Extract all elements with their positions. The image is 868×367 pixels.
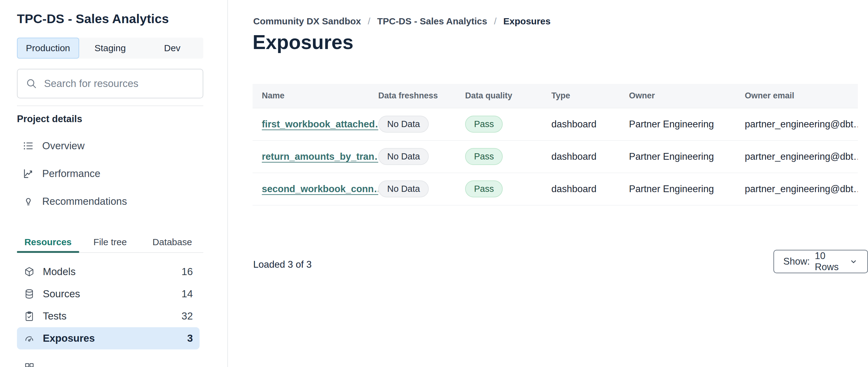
- chart-line-icon: [23, 168, 34, 179]
- resource-view-tabs: Resources File tree Database: [17, 232, 203, 253]
- owner-cell: Partner Engineering: [629, 140, 745, 173]
- type-cell: dashboard: [551, 173, 629, 205]
- resource-count: 3: [187, 333, 193, 344]
- sidebar-item-label: Tests: [43, 310, 66, 322]
- owner-email-cell: partner_engineering@dbt…: [745, 108, 858, 140]
- project-details-label: Project details: [17, 113, 82, 124]
- resource-count: 16: [181, 266, 193, 278]
- main-content: Community DX Sandbox / TPC-DS - Sales An…: [228, 0, 868, 367]
- sidebar-item-sources[interactable]: Sources 14: [17, 283, 199, 305]
- environment-tabs: Production Staging Dev: [17, 38, 203, 59]
- rows-per-page-dropdown[interactable]: Show: 10 Rows: [773, 250, 868, 273]
- project-title: TPC-DS - Sales Analytics: [17, 12, 169, 26]
- breadcrumb-project[interactable]: TPC-DS - Sales Analytics: [377, 16, 487, 27]
- clipboard-check-icon: [24, 311, 35, 322]
- sidebar-item-label: Sources: [43, 288, 80, 300]
- exposure-name-link[interactable]: first_workbook_attached…: [262, 119, 378, 130]
- quality-badge: Pass: [465, 180, 503, 197]
- freshness-badge: No Data: [378, 116, 429, 133]
- resource-list: Models 16 Sources 14 Tests: [17, 261, 199, 367]
- tab-dev[interactable]: Dev: [141, 38, 203, 59]
- sidebar: TPC-DS - Sales Analytics Production Stag…: [0, 0, 227, 367]
- sidebar-item-performance[interactable]: Performance: [17, 160, 203, 188]
- sidebar-item-tests[interactable]: Tests 32: [17, 305, 199, 327]
- search-icon: [26, 78, 37, 89]
- search-box[interactable]: [17, 69, 203, 98]
- exposures-table: Name Data freshness Data quality Type Ow…: [253, 84, 858, 205]
- table-row: second_workbook_conn… No Data Pass dashb…: [253, 173, 858, 205]
- freshness-badge: No Data: [378, 148, 429, 165]
- exposure-name-link[interactable]: second_workbook_conn…: [262, 184, 378, 194]
- tab-staging[interactable]: Staging: [79, 38, 142, 59]
- column-header-type: Type: [551, 84, 629, 108]
- show-value: 10 Rows: [815, 250, 844, 273]
- column-header-owner: Owner: [629, 84, 745, 108]
- quality-badge: Pass: [465, 148, 503, 165]
- resource-count: 32: [181, 310, 193, 322]
- quality-badge: Pass: [465, 116, 503, 133]
- lightbulb-icon: [23, 196, 34, 207]
- page-title: Exposures: [253, 31, 353, 54]
- sidebar-divider: [17, 106, 203, 106]
- cube-icon: [24, 266, 35, 277]
- grid-icon: [24, 362, 35, 367]
- list-icon: [23, 140, 34, 152]
- column-header-owner-email: Owner email: [745, 84, 858, 108]
- sidebar-item-label: Models: [43, 266, 75, 278]
- chevron-down-icon: [849, 257, 858, 266]
- tab-resources[interactable]: Resources: [17, 232, 79, 252]
- loaded-status: Loaded 3 of 3: [253, 259, 312, 270]
- sidebar-item-label: Exposures: [43, 333, 95, 344]
- search-input[interactable]: [44, 78, 195, 89]
- column-header-data-freshness: Data freshness: [378, 84, 465, 108]
- tab-file-tree[interactable]: File tree: [79, 232, 142, 252]
- project-nav: Overview Performance Recommendations: [17, 132, 203, 215]
- resource-count: 14: [181, 288, 193, 300]
- database-icon: [24, 288, 35, 300]
- exposure-name-link[interactable]: return_amounts_by_tran…: [262, 151, 378, 162]
- sidebar-item-exposures[interactable]: Exposures 3: [17, 327, 199, 349]
- type-cell: dashboard: [551, 108, 629, 140]
- gauge-icon: [24, 333, 35, 344]
- owner-cell: Partner Engineering: [629, 108, 745, 140]
- show-label: Show:: [783, 256, 810, 267]
- freshness-badge: No Data: [378, 180, 429, 197]
- breadcrumb-separator: /: [494, 16, 497, 27]
- owner-email-cell: partner_engineering@dbt…: [745, 140, 858, 173]
- sidebar-item-label: Recommendations: [42, 196, 127, 207]
- table-row: return_amounts_by_tran… No Data Pass das…: [253, 140, 858, 173]
- sidebar-item-label: Performance: [42, 168, 100, 179]
- sidebar-item-partial[interactable]: [17, 356, 199, 367]
- sidebar-item-models[interactable]: Models 16: [17, 261, 199, 283]
- column-header-name: Name: [253, 84, 378, 108]
- column-header-data-quality: Data quality: [465, 84, 551, 108]
- owner-email-cell: partner_engineering@dbt…: [745, 173, 858, 205]
- sidebar-item-overview[interactable]: Overview: [17, 132, 203, 160]
- breadcrumb: Community DX Sandbox / TPC-DS - Sales An…: [253, 16, 551, 27]
- breadcrumb-account[interactable]: Community DX Sandbox: [253, 16, 361, 27]
- type-cell: dashboard: [551, 140, 629, 173]
- sidebar-item-recommendations[interactable]: Recommendations: [17, 188, 203, 215]
- sidebar-item-label: Overview: [42, 140, 85, 152]
- owner-cell: Partner Engineering: [629, 173, 745, 205]
- table-header-row: Name Data freshness Data quality Type Ow…: [253, 84, 858, 108]
- tab-database[interactable]: Database: [141, 232, 203, 252]
- breadcrumb-separator: /: [368, 16, 370, 27]
- table-row: first_workbook_attached… No Data Pass da…: [253, 108, 858, 140]
- tab-production[interactable]: Production: [17, 38, 79, 59]
- breadcrumb-current: Exposures: [503, 16, 551, 27]
